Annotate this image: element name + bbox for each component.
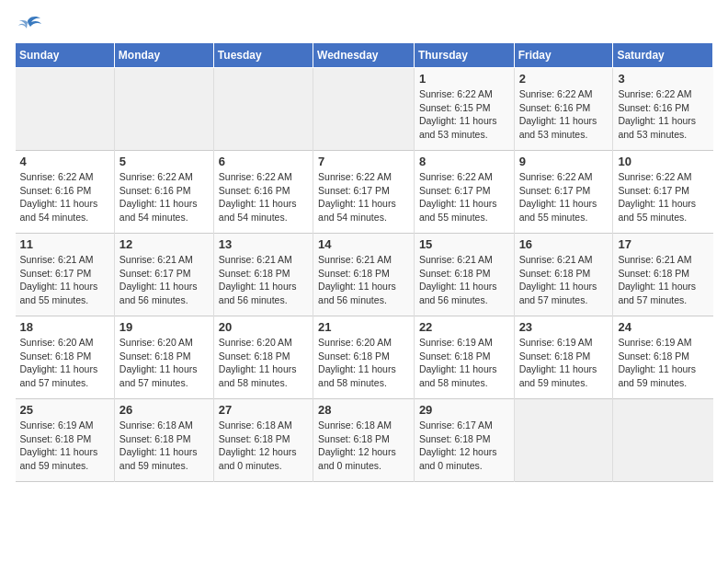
calendar-cell: 17Sunrise: 6:21 AM Sunset: 6:18 PM Dayli… <box>613 234 713 316</box>
calendar-cell <box>114 68 213 151</box>
calendar-cell <box>613 399 713 482</box>
day-number: 15 <box>419 237 509 251</box>
calendar-cell: 26Sunrise: 6:18 AM Sunset: 6:18 PM Dayli… <box>114 399 213 482</box>
day-info: Sunrise: 6:22 AM Sunset: 6:16 PM Dayligh… <box>519 87 609 142</box>
calendar-week-row: 18Sunrise: 6:20 AM Sunset: 6:18 PM Dayli… <box>16 316 713 399</box>
calendar-cell: 10Sunrise: 6:22 AM Sunset: 6:17 PM Dayli… <box>613 151 713 234</box>
day-info: Sunrise: 6:22 AM Sunset: 6:15 PM Dayligh… <box>419 87 509 142</box>
day-number: 14 <box>318 237 409 251</box>
calendar-dow-saturday: Saturday <box>613 43 713 68</box>
calendar-cell: 27Sunrise: 6:18 AM Sunset: 6:18 PM Dayli… <box>213 399 313 482</box>
calendar-cell: 2Sunrise: 6:22 AM Sunset: 6:16 PM Daylig… <box>514 68 613 151</box>
day-info: Sunrise: 6:18 AM Sunset: 6:18 PM Dayligh… <box>318 419 409 473</box>
calendar-cell: 7Sunrise: 6:22 AM Sunset: 6:17 PM Daylig… <box>313 151 415 234</box>
day-number: 17 <box>618 237 708 251</box>
calendar-cell: 9Sunrise: 6:22 AM Sunset: 6:17 PM Daylig… <box>514 151 613 234</box>
day-info: Sunrise: 6:22 AM Sunset: 6:17 PM Dayligh… <box>419 170 509 224</box>
day-number: 9 <box>519 155 609 168</box>
calendar-cell: 28Sunrise: 6:18 AM Sunset: 6:18 PM Dayli… <box>313 399 415 482</box>
calendar-cell: 12Sunrise: 6:21 AM Sunset: 6:17 PM Dayli… <box>114 234 213 316</box>
day-number: 22 <box>419 320 509 334</box>
day-info: Sunrise: 6:22 AM Sunset: 6:17 PM Dayligh… <box>519 170 609 224</box>
day-info: Sunrise: 6:20 AM Sunset: 6:18 PM Dayligh… <box>219 336 308 390</box>
calendar-cell: 14Sunrise: 6:21 AM Sunset: 6:18 PM Dayli… <box>313 234 415 316</box>
logo <box>15 15 42 35</box>
day-info: Sunrise: 6:21 AM Sunset: 6:17 PM Dayligh… <box>20 253 109 307</box>
day-info: Sunrise: 6:21 AM Sunset: 6:18 PM Dayligh… <box>219 253 308 307</box>
day-number: 29 <box>419 403 509 417</box>
calendar-cell: 5Sunrise: 6:22 AM Sunset: 6:16 PM Daylig… <box>114 151 213 234</box>
day-number: 25 <box>20 403 109 417</box>
day-number: 2 <box>519 72 609 86</box>
calendar-table: SundayMondayTuesdayWednesdayThursdayFrid… <box>15 42 713 482</box>
day-info: Sunrise: 6:21 AM Sunset: 6:17 PM Dayligh… <box>119 253 209 307</box>
day-number: 1 <box>419 72 509 86</box>
calendar-cell: 11Sunrise: 6:21 AM Sunset: 6:17 PM Dayli… <box>16 234 115 316</box>
calendar-cell <box>313 68 415 151</box>
day-number: 5 <box>119 155 209 168</box>
calendar-dow-thursday: Thursday <box>414 43 514 68</box>
calendar-cell: 22Sunrise: 6:19 AM Sunset: 6:18 PM Dayli… <box>414 316 514 399</box>
day-info: Sunrise: 6:19 AM Sunset: 6:18 PM Dayligh… <box>419 336 509 390</box>
day-info: Sunrise: 6:19 AM Sunset: 6:18 PM Dayligh… <box>20 419 109 473</box>
day-number: 6 <box>219 155 308 168</box>
day-info: Sunrise: 6:21 AM Sunset: 6:18 PM Dayligh… <box>419 253 509 307</box>
day-number: 20 <box>219 320 308 334</box>
day-number: 16 <box>519 237 609 251</box>
day-number: 27 <box>219 403 308 417</box>
calendar-cell: 24Sunrise: 6:19 AM Sunset: 6:18 PM Dayli… <box>613 316 713 399</box>
calendar-cell <box>514 399 613 482</box>
calendar-dow-friday: Friday <box>514 43 613 68</box>
day-number: 26 <box>119 403 209 417</box>
calendar-week-row: 11Sunrise: 6:21 AM Sunset: 6:17 PM Dayli… <box>16 234 713 316</box>
calendar-week-row: 25Sunrise: 6:19 AM Sunset: 6:18 PM Dayli… <box>16 399 713 482</box>
calendar-cell: 1Sunrise: 6:22 AM Sunset: 6:15 PM Daylig… <box>414 68 514 151</box>
calendar-cell: 20Sunrise: 6:20 AM Sunset: 6:18 PM Dayli… <box>213 316 313 399</box>
day-number: 10 <box>618 155 708 168</box>
day-info: Sunrise: 6:20 AM Sunset: 6:18 PM Dayligh… <box>318 336 409 390</box>
calendar-dow-sunday: Sunday <box>16 43 115 68</box>
calendar-cell: 16Sunrise: 6:21 AM Sunset: 6:18 PM Dayli… <box>514 234 613 316</box>
day-info: Sunrise: 6:22 AM Sunset: 6:17 PM Dayligh… <box>618 170 708 224</box>
calendar-cell: 19Sunrise: 6:20 AM Sunset: 6:18 PM Dayli… <box>114 316 213 399</box>
day-number: 13 <box>219 237 308 251</box>
day-info: Sunrise: 6:21 AM Sunset: 6:18 PM Dayligh… <box>519 253 609 307</box>
calendar-cell: 25Sunrise: 6:19 AM Sunset: 6:18 PM Dayli… <box>16 399 115 482</box>
calendar-cell: 13Sunrise: 6:21 AM Sunset: 6:18 PM Dayli… <box>213 234 313 316</box>
day-info: Sunrise: 6:22 AM Sunset: 6:16 PM Dayligh… <box>618 87 708 142</box>
calendar-cell: 15Sunrise: 6:21 AM Sunset: 6:18 PM Dayli… <box>414 234 514 316</box>
day-info: Sunrise: 6:21 AM Sunset: 6:18 PM Dayligh… <box>318 253 409 307</box>
day-number: 7 <box>318 155 409 168</box>
day-info: Sunrise: 6:19 AM Sunset: 6:18 PM Dayligh… <box>519 336 609 390</box>
day-info: Sunrise: 6:19 AM Sunset: 6:18 PM Dayligh… <box>618 336 708 390</box>
calendar-cell <box>213 68 313 151</box>
calendar-cell: 29Sunrise: 6:17 AM Sunset: 6:18 PM Dayli… <box>414 399 514 482</box>
calendar-header-row: SundayMondayTuesdayWednesdayThursdayFrid… <box>16 43 713 68</box>
calendar-cell <box>16 68 115 151</box>
day-number: 21 <box>318 320 409 334</box>
calendar-week-row: 1Sunrise: 6:22 AM Sunset: 6:15 PM Daylig… <box>16 68 713 151</box>
day-info: Sunrise: 6:17 AM Sunset: 6:18 PM Dayligh… <box>419 419 509 473</box>
day-info: Sunrise: 6:18 AM Sunset: 6:18 PM Dayligh… <box>119 419 209 473</box>
calendar-cell: 18Sunrise: 6:20 AM Sunset: 6:18 PM Dayli… <box>16 316 115 399</box>
day-info: Sunrise: 6:22 AM Sunset: 6:17 PM Dayligh… <box>318 170 409 224</box>
calendar-week-row: 4Sunrise: 6:22 AM Sunset: 6:16 PM Daylig… <box>16 151 713 234</box>
day-info: Sunrise: 6:22 AM Sunset: 6:16 PM Dayligh… <box>119 170 209 224</box>
day-info: Sunrise: 6:22 AM Sunset: 6:16 PM Dayligh… <box>20 170 109 224</box>
calendar-cell: 3Sunrise: 6:22 AM Sunset: 6:16 PM Daylig… <box>613 68 713 151</box>
calendar-cell: 6Sunrise: 6:22 AM Sunset: 6:16 PM Daylig… <box>213 151 313 234</box>
calendar-dow-tuesday: Tuesday <box>213 43 313 68</box>
day-number: 11 <box>20 237 109 251</box>
logo-bird-icon <box>17 15 42 35</box>
calendar-dow-wednesday: Wednesday <box>313 43 415 68</box>
day-number: 23 <box>519 320 609 334</box>
calendar-cell: 4Sunrise: 6:22 AM Sunset: 6:16 PM Daylig… <box>16 151 115 234</box>
day-info: Sunrise: 6:21 AM Sunset: 6:18 PM Dayligh… <box>618 253 708 307</box>
day-number: 24 <box>618 320 708 334</box>
day-number: 28 <box>318 403 409 417</box>
day-info: Sunrise: 6:18 AM Sunset: 6:18 PM Dayligh… <box>219 419 308 473</box>
day-number: 19 <box>119 320 209 334</box>
calendar-cell: 21Sunrise: 6:20 AM Sunset: 6:18 PM Dayli… <box>313 316 415 399</box>
day-number: 8 <box>419 155 509 168</box>
day-number: 4 <box>20 155 109 168</box>
